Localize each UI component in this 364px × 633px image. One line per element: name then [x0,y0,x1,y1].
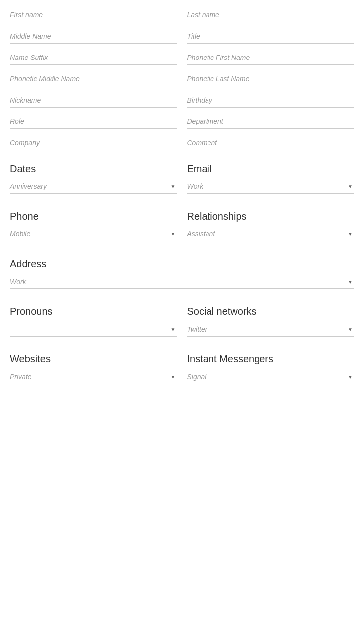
phonetic-first-field[interactable] [187,53,355,65]
pronouns-dropdown[interactable]: ▼ [10,325,177,337]
phone-mobile-dropdown[interactable]: Mobile ▼ [10,230,177,241]
email-work-dropdown[interactable]: Work ▼ [187,182,355,194]
relationships-section-title: Relationships [187,211,355,222]
messenger-signal-arrow-icon: ▼ [346,373,354,381]
pronouns-arrow-icon: ▼ [169,325,177,333]
phonetic-last-field[interactable] [187,74,355,86]
address-work-dropdown[interactable]: Work ▼ [10,278,354,289]
messenger-signal-label: Signal [187,373,347,381]
social-twitter-arrow-icon: ▼ [346,325,354,333]
social-networks-section-title: Social networks [187,306,355,317]
messenger-signal-dropdown[interactable]: Signal ▼ [187,373,355,384]
website-private-label: Private [10,373,169,381]
birthday-input[interactable] [187,95,355,105]
nickname-field[interactable] [10,95,177,108]
title-input[interactable] [187,31,355,41]
department-field[interactable] [187,116,355,129]
website-private-dropdown[interactable]: Private ▼ [10,373,177,384]
birthday-field[interactable] [187,95,355,108]
department-input[interactable] [187,116,355,126]
name-suffix-input[interactable] [10,53,177,62]
websites-section-title: Websites [10,353,177,365]
instant-messengers-section-title: Instant Messengers [187,353,355,365]
phonetic-middle-field[interactable] [10,74,177,86]
role-field[interactable] [10,116,177,129]
website-private-arrow-icon: ▼ [169,373,177,381]
pronouns-section-title: Pronouns [10,306,177,317]
comment-field[interactable] [187,138,355,150]
first-name-field[interactable] [10,10,177,22]
address-work-arrow-icon: ▼ [346,278,354,286]
company-field[interactable] [10,138,177,150]
dates-section-title: Dates [10,163,177,174]
nickname-input[interactable] [10,95,177,105]
name-suffix-field[interactable] [10,53,177,65]
anniversary-arrow-icon: ▼ [169,182,177,190]
address-work-label: Work [10,278,346,286]
company-input[interactable] [10,138,177,148]
phonetic-first-input[interactable] [187,53,355,62]
middle-name-field[interactable] [10,31,177,44]
email-section-title: Email [187,163,355,174]
anniversary-dropdown[interactable]: Anniversary ▼ [10,182,177,194]
relationship-assistant-dropdown[interactable]: Assistant ▼ [187,230,355,241]
phone-section-title: Phone [10,211,177,222]
comment-input[interactable] [187,138,355,148]
phone-mobile-label: Mobile [10,230,169,238]
relationship-assistant-arrow-icon: ▼ [346,230,354,238]
email-work-arrow-icon: ▼ [346,182,354,190]
phonetic-middle-input[interactable] [10,74,177,84]
title-field[interactable] [187,31,355,44]
anniversary-label: Anniversary [10,182,169,190]
phone-mobile-arrow-icon: ▼ [169,230,177,238]
last-name-field[interactable] [187,10,355,22]
relationship-assistant-label: Assistant [187,230,347,238]
email-work-label: Work [187,182,347,190]
address-section-title: Address [10,258,354,270]
last-name-input[interactable] [187,10,355,20]
first-name-input[interactable] [10,10,177,20]
middle-name-input[interactable] [10,31,177,41]
phonetic-last-input[interactable] [187,74,355,84]
role-input[interactable] [10,116,177,126]
social-twitter-label: Twitter [187,325,347,333]
social-twitter-dropdown[interactable]: Twitter ▼ [187,325,355,337]
